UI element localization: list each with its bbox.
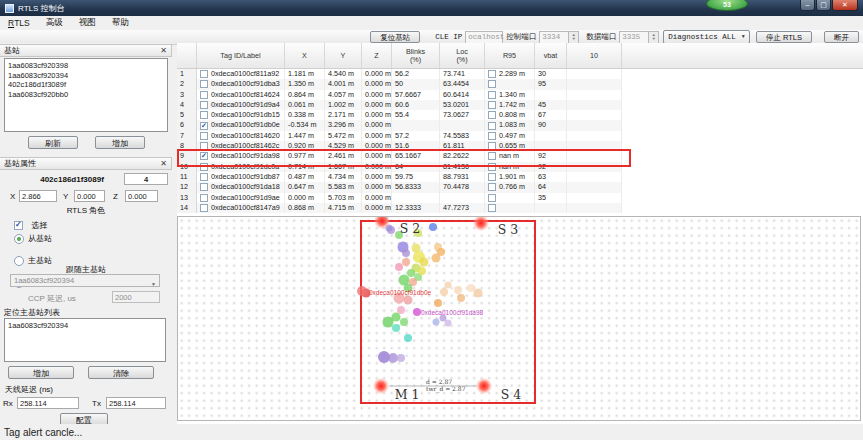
close-icon[interactable]: ✕ xyxy=(160,46,167,55)
add-anchor-button[interactable]: 增加 xyxy=(95,136,145,149)
column-header-Tag ID/Label[interactable]: Tag ID/Label xyxy=(197,43,285,68)
spinner-arrows-icon[interactable]: ▲▼ xyxy=(649,31,659,44)
ccp-delay-field[interactable]: 2000 xyxy=(112,291,160,303)
table-row[interactable]: 140xdeca0100cf8147a90.868 m4.715 m0.000 … xyxy=(177,203,622,213)
table-row[interactable]: 120xdeca0100cf91da180.647 m5.583 m0.000 … xyxy=(177,182,622,192)
r95-checkbox[interactable] xyxy=(488,122,496,130)
close-button[interactable]: ✕ xyxy=(832,0,858,11)
row-checkbox[interactable] xyxy=(200,101,208,109)
r95-checkbox[interactable] xyxy=(488,152,496,160)
master-list[interactable]: 1aa6083cf920394 xyxy=(4,318,166,362)
row-checkbox[interactable] xyxy=(200,132,208,140)
table-row[interactable]: 30xdeca0100cf8146240.864 m4.057 m0.000 m… xyxy=(177,90,622,100)
r95-checkbox[interactable] xyxy=(488,80,496,88)
anchor-list-item[interactable]: 402c186d1f3089f xyxy=(8,80,167,90)
disconnect-button[interactable]: 断开 xyxy=(824,31,859,43)
minimize-button[interactable]: – xyxy=(800,0,815,11)
r95-checkbox[interactable] xyxy=(488,91,496,99)
reset-anchors-button[interactable]: 复位基站 xyxy=(370,31,420,43)
r95-checkbox[interactable] xyxy=(488,101,496,109)
tag-position-point xyxy=(404,296,413,305)
table-row[interactable]: 40xdeca0100cf91d9a40.061 m1.002 m0.000 m… xyxy=(177,100,622,110)
control-port-spinner[interactable]: 3334 ▲▼ xyxy=(539,31,579,44)
cell-z: 0.000 m xyxy=(362,90,392,100)
refresh-button[interactable]: 刷新 xyxy=(28,136,78,149)
column-header-Z[interactable]: Z xyxy=(362,43,392,68)
r95-checkbox[interactable] xyxy=(488,163,496,171)
column-header-rownum[interactable] xyxy=(177,43,197,68)
master-list-item[interactable]: 1aa6083cf920394 xyxy=(8,321,165,331)
r95-checkbox[interactable] xyxy=(488,194,496,202)
table-row[interactable]: 130xdeca0100cf91d9ae0.000 m5.703 m0.000 … xyxy=(177,193,622,203)
r95-checkbox[interactable] xyxy=(488,173,496,181)
radio-icon[interactable] xyxy=(14,234,24,244)
table-row[interactable]: 90xdeca0100cf91da980.977 m2.461 m0.000 m… xyxy=(177,151,622,161)
z-field[interactable]: 0.000 xyxy=(125,190,158,202)
row-checkbox[interactable] xyxy=(200,163,208,171)
column-header-Y[interactable]: Y xyxy=(325,43,362,68)
row-checkbox[interactable] xyxy=(200,142,208,150)
table-row[interactable]: 100xdeca0100cf91dc0a0.714 m1.667 m0.000 … xyxy=(177,162,622,172)
table-row[interactable]: 80xdeca0100cf81462c0.920 m4.529 m0.000 m… xyxy=(177,141,622,151)
anchor-id-label: 402c186d1f3089f xyxy=(22,175,122,184)
close-icon[interactable]: ✕ xyxy=(160,159,167,168)
row-checkbox[interactable] xyxy=(200,91,208,99)
cell-z: 0.000 m xyxy=(362,100,392,110)
r95-checkbox[interactable] xyxy=(488,132,496,140)
table-row[interactable]: 110xdeca0100cf91db870.487 m4.734 m0.000 … xyxy=(177,172,622,182)
column-header-R95[interactable]: R95 xyxy=(485,43,535,68)
x-field[interactable]: 2.866 xyxy=(19,190,57,202)
row-checkbox[interactable] xyxy=(200,173,208,181)
column-header-vbat[interactable]: vbat xyxy=(535,43,567,68)
table-row[interactable]: 50xdeca0100cf91db150.338 m2.171 m0.000 m… xyxy=(177,110,622,120)
follow-master-dropdown[interactable]: 1aa6083cf920394▼ xyxy=(10,274,160,287)
column-header-X[interactable]: X xyxy=(285,43,325,68)
anchors-list[interactable]: 1aa6083cf9203981aa6083cf920394402c186d1f… xyxy=(4,58,168,132)
anchor-list-item[interactable]: 1aa6083cf920bb0 xyxy=(8,90,167,100)
map-canvas[interactable]: d = 2.87twr_d = 2.87S 2S 3M 1S 40xdeca01… xyxy=(178,217,860,420)
row-checkbox[interactable] xyxy=(200,183,208,191)
y-field[interactable]: 0.000 xyxy=(74,190,105,202)
anchor-list-item[interactable]: 1aa6083cf920398 xyxy=(8,61,167,71)
r95-checkbox[interactable] xyxy=(488,70,496,78)
anchor-label: S 3 xyxy=(498,222,519,237)
clear-master-button[interactable]: 清除 xyxy=(88,366,154,379)
row-checkbox[interactable] xyxy=(200,152,208,160)
column-header-10[interactable]: 10 xyxy=(567,43,622,68)
anchor-list-item[interactable]: 1aa6083cf920394 xyxy=(8,71,167,81)
row-checkbox[interactable] xyxy=(200,194,208,202)
row-checkbox[interactable] xyxy=(200,80,208,88)
r95-checkbox[interactable] xyxy=(488,204,496,212)
table-row[interactable]: 70xdeca0100cf8146201.447 m5.472 m0.000 m… xyxy=(177,131,622,141)
menu-item-3[interactable]: 帮助 xyxy=(104,16,137,30)
r95-checkbox[interactable] xyxy=(488,183,496,191)
anchor-number-field[interactable]: 4 xyxy=(124,173,168,185)
row-checkbox[interactable] xyxy=(200,70,208,78)
tag-position-point xyxy=(420,258,429,267)
role-radio-0[interactable]: 从基站 xyxy=(14,229,60,247)
maximize-button[interactable]: ▢ xyxy=(816,0,831,11)
menu-item-0[interactable]: RTLS xyxy=(0,16,38,30)
diagnostics-dropdown[interactable]: Diagnostics ALL ▼ xyxy=(663,30,750,44)
tx-field[interactable]: 258.114 xyxy=(106,397,166,409)
table-row[interactable]: 60xdeca0100cf91db0e-0.534 m3.296 m0.000 … xyxy=(177,120,622,130)
cle-ip-field[interactable]: ocalhost xyxy=(465,31,503,44)
table-row[interactable]: 10xdeca0100cf811a921.181 m4.540 m0.000 m… xyxy=(177,69,622,79)
stop-rtls-button[interactable]: 停止 RTLS xyxy=(756,31,812,43)
column-header-Loc[interactable]: Loc(%) xyxy=(440,43,485,68)
r95-checkbox[interactable] xyxy=(488,142,496,150)
menu-item-1[interactable]: 高级 xyxy=(38,16,71,30)
row-checkbox[interactable] xyxy=(200,204,208,212)
menu-item-2[interactable]: 视图 xyxy=(71,16,104,30)
cell-extra xyxy=(567,193,622,203)
map-panel[interactable]: d = 2.87twr_d = 2.87S 2S 3M 1S 40xdeca01… xyxy=(177,216,861,421)
data-port-spinner[interactable]: 3335 ▲▼ xyxy=(619,31,659,44)
row-checkbox[interactable] xyxy=(200,122,208,130)
row-checkbox[interactable] xyxy=(200,111,208,119)
spinner-arrows-icon[interactable]: ▲▼ xyxy=(569,31,579,44)
column-header-Blinks[interactable]: Blinks(%) xyxy=(392,43,440,68)
rx-field[interactable]: 258.114 xyxy=(17,397,79,409)
r95-checkbox[interactable] xyxy=(488,111,496,119)
table-row[interactable]: 20xdeca0100cf91dba31.350 m4.001 m0.000 m… xyxy=(177,79,622,89)
add-master-button[interactable]: 增加 xyxy=(8,366,74,379)
